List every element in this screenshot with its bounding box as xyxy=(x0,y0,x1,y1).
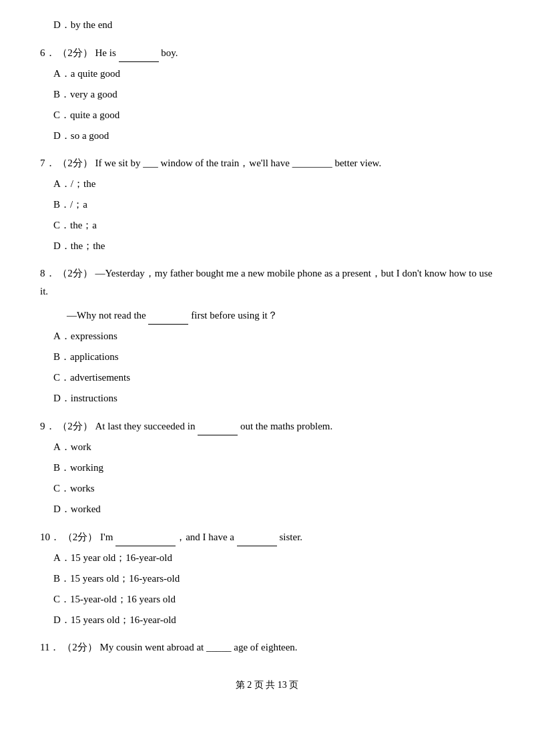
q6-number: 6． xyxy=(40,47,55,58)
q7-option-a: A．/；the xyxy=(40,175,494,193)
q6-a-label: A．a quite good xyxy=(53,68,120,79)
q9-text: At last they succeeded in xyxy=(95,421,196,431)
q10-text: I'm ，and I have a sister. xyxy=(100,532,302,542)
question-11: 11． （2分） My cousin went abroad at _____ … xyxy=(40,638,494,656)
q8-blank xyxy=(148,306,188,325)
q10-blank1 xyxy=(115,528,176,546)
q9-option-d: D．worked xyxy=(40,500,494,518)
q9-option-b: B．working xyxy=(40,459,494,477)
q8-option-c: C．advertisements xyxy=(40,369,494,387)
q7-b-label: B．/；a xyxy=(53,199,87,210)
q8-b-label: B．applications xyxy=(53,351,119,362)
q9-d-label: D．worked xyxy=(53,504,101,514)
q6-option-c: C．quite a good xyxy=(40,106,494,124)
question-8-sub: —Why not read the first before using it？ xyxy=(40,306,494,325)
q10-d-label: D．15 years old；16-year-old xyxy=(53,614,176,625)
q10-option-d: D．15 years old；16-year-old xyxy=(40,611,494,629)
q6-blank xyxy=(119,43,159,62)
q8-a-label: A．expressions xyxy=(53,331,117,341)
q7-text: If we sit by ___ window of the train，we'… xyxy=(95,158,382,168)
q8-sub-text: —Why not read the first before using it？ xyxy=(67,310,278,321)
q11-points: （2分） xyxy=(62,642,97,652)
q10-blank2 xyxy=(237,528,277,546)
question-7: 7． （2分） If we sit by ___ window of the t… xyxy=(40,154,494,172)
q7-d-label: D．the；the xyxy=(53,240,105,251)
q9-b-label: B．working xyxy=(53,462,103,473)
q7-points: （2分） xyxy=(57,158,93,168)
q8-number: 8． xyxy=(40,268,55,278)
q10-number: 10． xyxy=(40,532,60,542)
q9-option-a: A．work xyxy=(40,438,494,456)
q9-c-label: C．works xyxy=(53,483,95,494)
q7-option-b: B．/；a xyxy=(40,196,494,214)
q8-d-label: D．instructions xyxy=(53,393,117,403)
q6-points: （2分） xyxy=(57,47,93,58)
q10-points: （2分） xyxy=(63,532,98,542)
q11-text: My cousin went abroad at _____ age of ei… xyxy=(99,642,297,652)
question-6: 6． （2分） He is boy. xyxy=(40,43,494,62)
q7-option-c: C．the；a xyxy=(40,216,494,234)
q8-c-label: C．advertisements xyxy=(53,372,130,383)
page-footer: 第 2 页 共 13 页 xyxy=(40,677,494,693)
q8-option-a: A．expressions xyxy=(40,327,494,345)
q8-option-b: B．applications xyxy=(40,348,494,366)
q8-text: —Yesterday，my father bought me a new mob… xyxy=(40,268,493,297)
question-8: 8． （2分） —Yesterday，my father bought me a… xyxy=(40,264,494,301)
q10-a-label: A．15 year old；16-year-old xyxy=(53,552,172,563)
q7-a-label: A．/；the xyxy=(53,178,95,189)
option-d-label: D．by the end xyxy=(53,19,112,30)
q6-option-d: D．so a good xyxy=(40,127,494,145)
question-9: 9． （2分） At last they succeeded in out th… xyxy=(40,417,494,435)
q6-option-b: B．very a good xyxy=(40,85,494,104)
q9-after: out the maths problem. xyxy=(240,421,332,431)
option-d-by-the-end: D．by the end xyxy=(40,16,494,34)
q7-number: 7． xyxy=(40,158,55,168)
q10-option-c: C．15-year-old；16 years old xyxy=(40,590,494,608)
page-footer-text: 第 2 页 共 13 页 xyxy=(236,680,299,690)
q9-blank xyxy=(198,417,238,435)
q9-number: 9． xyxy=(40,421,55,431)
q9-points: （2分） xyxy=(57,421,93,431)
q8-option-d: D．instructions xyxy=(40,389,494,407)
q7-c-label: C．the；a xyxy=(53,220,97,230)
q6-text: He is xyxy=(95,47,116,58)
question-10: 10． （2分） I'm ，and I have a sister. xyxy=(40,528,494,546)
q8-points: （2分） xyxy=(57,268,93,278)
q6-d-label: D．so a good xyxy=(53,130,109,141)
q11-number: 11． xyxy=(40,642,59,652)
q6-b-label: B．very a good xyxy=(53,89,117,100)
q10-option-a: A．15 year old；16-year-old xyxy=(40,549,494,567)
q6-c-label: C．quite a good xyxy=(53,110,119,120)
q9-a-label: A．work xyxy=(53,441,91,452)
q10-option-b: B．15 years old；16-years-old xyxy=(40,570,494,588)
q7-option-d: D．the；the xyxy=(40,237,494,255)
q9-option-c: C．works xyxy=(40,480,494,498)
q10-c-label: C．15-year-old；16 years old xyxy=(53,594,176,604)
q6-after: boy. xyxy=(161,47,178,58)
q6-option-a: A．a quite good xyxy=(40,65,494,83)
q10-b-label: B．15 years old；16-years-old xyxy=(53,573,180,584)
